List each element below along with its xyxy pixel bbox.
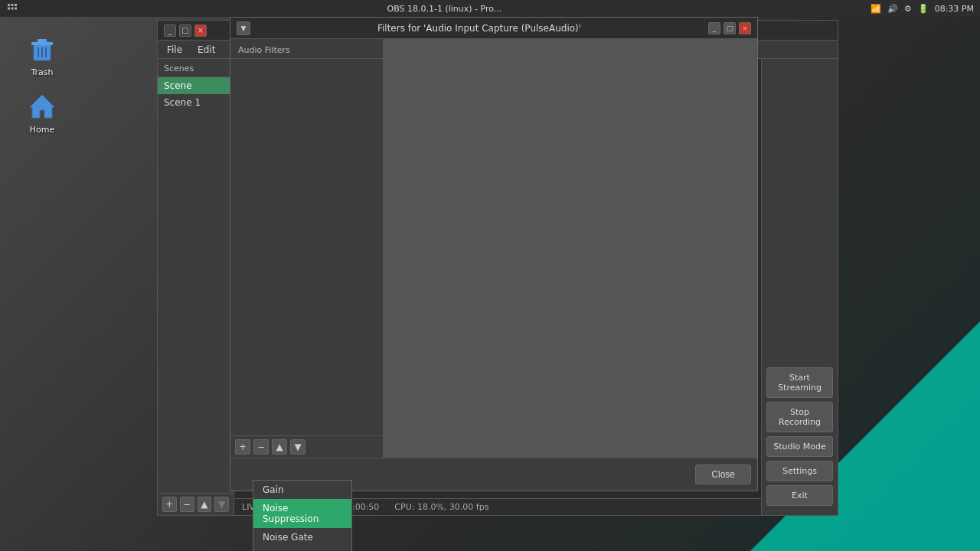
- scenes-header: Scenes: [158, 59, 234, 77]
- start-streaming-button[interactable]: Start Streaming: [766, 367, 833, 398]
- home-icon: [27, 91, 57, 122]
- desktop: OBS 18.0.1-1 (linux) - Pro... 📶 🔊 ⚙ 🔋 08…: [0, 0, 980, 551]
- filters-maximize-button[interactable]: □: [724, 22, 736, 34]
- taskbar-right: 📶 🔊 ⚙ 🔋 08:33 PM: [871, 4, 974, 14]
- dropdown-item-gain[interactable]: Gain: [253, 481, 351, 499]
- menu-edit[interactable]: Edit: [194, 43, 218, 57]
- filters-add-button[interactable]: +: [235, 439, 250, 455]
- filters-titlebar-buttons: _ □ ×: [708, 22, 751, 34]
- home-label: Home: [30, 125, 54, 135]
- settings-button[interactable]: Settings: [766, 461, 833, 481]
- scenes-down-button: ▼: [214, 497, 229, 512]
- filter-type-dropdown: Gain Noise Suppression Noise Gate Compre…: [253, 480, 352, 551]
- stop-recording-button[interactable]: Stop Recording: [766, 402, 833, 432]
- svg-rect-0: [8, 4, 10, 6]
- network-icon: 📶: [871, 4, 881, 14]
- filters-remove-button[interactable]: −: [253, 439, 269, 455]
- svg-rect-1: [11, 4, 14, 6]
- filters-left-panel: Audio Filters + − ▲ ▼: [230, 39, 384, 458]
- obs-controls-panel: Start Streaming Stop Recording Studio Mo…: [761, 59, 838, 515]
- app-grid-icon[interactable]: [6, 2, 18, 15]
- filters-list: [230, 59, 383, 435]
- trash-icon: [27, 34, 57, 64]
- dropdown-item-noise-gate[interactable]: Noise Gate: [253, 528, 351, 546]
- studio-mode-button[interactable]: Studio Mode: [766, 436, 833, 457]
- filters-dialog: ▼ Filters for 'Audio Input Capture (Puls…: [230, 17, 758, 491]
- obs-scenes-panel: Scenes Scene Scene 1 + − ▲ ▼: [158, 59, 234, 515]
- obs-minimize-button[interactable]: _: [164, 24, 176, 37]
- obs-titlebar-buttons: _ □ ×: [164, 24, 207, 37]
- taskbar-title: OBS 18.0.1-1 (linux) - Pro...: [387, 4, 501, 14]
- filters-titlebar: ▼ Filters for 'Audio Input Capture (Puls…: [230, 18, 757, 39]
- cpu-status: CPU: 18.0%, 30.00 fps: [394, 502, 488, 512]
- clock: 08:33 PM: [935, 4, 974, 14]
- svg-rect-4: [11, 8, 14, 10]
- scenes-remove-button[interactable]: −: [180, 497, 194, 512]
- scenes-up-button[interactable]: ▲: [198, 497, 212, 512]
- svg-rect-2: [15, 4, 17, 6]
- audio-icon: 🔊: [887, 4, 898, 14]
- obs-maximize-button[interactable]: □: [179, 24, 191, 37]
- filters-close-button[interactable]: Close: [695, 465, 751, 484]
- svg-rect-8: [38, 39, 47, 43]
- scene-item-scene1[interactable]: Scene 1: [158, 94, 234, 111]
- trash-label: Trash: [31, 67, 53, 77]
- svg-rect-5: [15, 8, 17, 10]
- scenes-list: Scene Scene 1: [158, 77, 234, 493]
- scenes-add-button[interactable]: +: [162, 497, 177, 512]
- filters-down-button[interactable]: ▼: [290, 439, 305, 455]
- filters-toolbar: + − ▲ ▼: [230, 435, 383, 458]
- dropdown-item-noise-suppression[interactable]: Noise Suppression: [253, 499, 351, 528]
- obs-close-button[interactable]: ×: [194, 24, 207, 37]
- filters-content: Audio Filters + − ▲ ▼: [230, 39, 757, 458]
- svg-rect-3: [8, 8, 10, 10]
- desktop-icon-trash[interactable]: Trash: [15, 31, 69, 80]
- filters-right-panel: [384, 39, 757, 458]
- filters-dialog-title: Filters for 'Audio Input Capture (PulseA…: [250, 23, 708, 34]
- filters-section-label: Audio Filters: [230, 39, 383, 59]
- filters-close-x-button[interactable]: ×: [739, 22, 751, 34]
- bluetooth-icon: ⚙: [904, 4, 912, 14]
- desktop-icon-home[interactable]: Home: [15, 88, 69, 138]
- dropdown-item-compressor[interactable]: Compressor: [253, 546, 351, 551]
- menu-file[interactable]: File: [164, 43, 185, 57]
- battery-icon: 🔋: [918, 4, 929, 14]
- taskbar-left: [6, 2, 18, 15]
- filters-collapse-button[interactable]: ▼: [237, 21, 250, 35]
- filters-up-button[interactable]: ▲: [272, 439, 287, 455]
- scene-item-scene[interactable]: Scene: [158, 77, 234, 94]
- taskbar: OBS 18.0.1-1 (linux) - Pro... 📶 🔊 ⚙ 🔋 08…: [0, 0, 980, 17]
- filters-minimize-button[interactable]: _: [708, 22, 720, 34]
- exit-button[interactable]: Exit: [766, 485, 833, 506]
- scenes-toolbar: + − ▲ ▼: [158, 493, 234, 515]
- svg-marker-12: [30, 95, 54, 118]
